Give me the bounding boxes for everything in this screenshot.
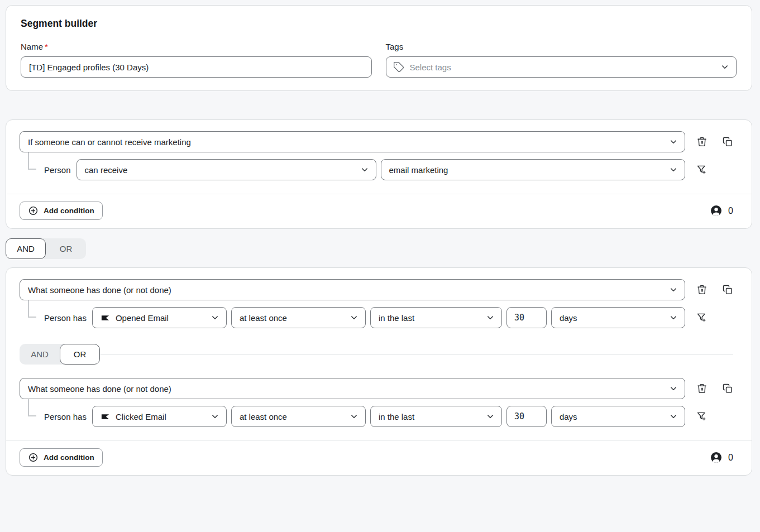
row-actions bbox=[696, 312, 733, 323]
quantity-input[interactable] bbox=[506, 406, 547, 427]
tag-icon bbox=[393, 61, 404, 73]
name-label: Name* bbox=[21, 42, 372, 51]
duplicate-condition-button[interactable] bbox=[722, 136, 733, 147]
marketing-channel-select[interactable]: email marketing bbox=[381, 159, 685, 180]
condition-detail-row: Person can receive email marketing bbox=[20, 159, 733, 180]
condition-type-select[interactable]: What someone has done (or not done) bbox=[20, 279, 685, 300]
add-filter-button[interactable] bbox=[696, 312, 708, 323]
metric-flag-icon bbox=[101, 412, 110, 421]
filter-plus-icon bbox=[696, 312, 708, 323]
tree-connector bbox=[28, 152, 36, 170]
chevron-down-icon bbox=[720, 63, 729, 71]
frequency-select[interactable]: at least once bbox=[231, 406, 366, 427]
row-label: Person has bbox=[44, 313, 87, 323]
chevron-down-icon bbox=[211, 313, 219, 322]
outer-and-option[interactable]: AND bbox=[6, 238, 46, 259]
duplicate-condition-button[interactable] bbox=[722, 284, 733, 295]
outer-and-or-toggle: AND OR bbox=[6, 238, 86, 259]
tags-label: Tags bbox=[386, 42, 737, 51]
tree-connector bbox=[28, 399, 36, 416]
segment-name-input[interactable] bbox=[21, 56, 372, 78]
marketing-verb-select[interactable]: can receive bbox=[77, 159, 376, 180]
plus-circle-icon bbox=[28, 452, 39, 463]
delete-condition-button[interactable] bbox=[696, 383, 708, 394]
required-asterisk: * bbox=[45, 42, 48, 51]
frequency-select[interactable]: at least once bbox=[231, 307, 366, 328]
add-condition-button[interactable]: Add condition bbox=[20, 202, 103, 220]
row-label: Person has bbox=[44, 412, 87, 421]
quantity-input[interactable] bbox=[506, 307, 547, 328]
condition-type-row: What someone has done (or not done) bbox=[20, 279, 733, 300]
inner-and-option[interactable]: AND bbox=[20, 344, 60, 365]
chevron-down-icon bbox=[669, 412, 678, 421]
tags-field-group: Tags Select tags bbox=[386, 42, 737, 78]
unit-select[interactable]: days bbox=[551, 406, 685, 427]
profile-count-value: 0 bbox=[728, 453, 733, 463]
unit-select[interactable]: days bbox=[551, 307, 685, 328]
profile-count: 0 bbox=[710, 452, 733, 463]
chevron-down-icon bbox=[360, 165, 369, 174]
delete-condition-button[interactable] bbox=[696, 136, 708, 147]
condition-actions bbox=[696, 284, 733, 295]
row-label: Person bbox=[44, 165, 71, 175]
delete-condition-button[interactable] bbox=[696, 284, 708, 295]
condition-group-2: What someone has done (or not done) Pers… bbox=[6, 267, 752, 476]
profile-count-value: 0 bbox=[728, 206, 733, 216]
chevron-down-icon bbox=[669, 384, 678, 393]
metric-select[interactable]: Opened Email bbox=[92, 307, 227, 328]
chevron-down-icon bbox=[350, 412, 359, 421]
copy-icon bbox=[722, 383, 733, 394]
page-title: Segment builder bbox=[21, 18, 737, 30]
timeframe-select[interactable]: in the last bbox=[370, 406, 502, 427]
tags-select[interactable]: Select tags bbox=[386, 56, 737, 78]
duplicate-condition-button[interactable] bbox=[722, 383, 733, 394]
condition-type-select[interactable]: What someone has done (or not done) bbox=[20, 378, 685, 399]
condition-detail-row: Person has Clicked Email at least once i… bbox=[20, 406, 733, 427]
group2-footer: Add condition 0 bbox=[6, 441, 752, 475]
outer-or-option[interactable]: OR bbox=[46, 238, 86, 259]
add-filter-button[interactable] bbox=[696, 164, 708, 175]
condition-actions bbox=[696, 136, 733, 147]
metric-select[interactable]: Clicked Email bbox=[92, 406, 227, 427]
group1-footer: Add condition 0 bbox=[6, 194, 752, 228]
copy-icon bbox=[722, 284, 733, 295]
inner-toggle-row: AND OR bbox=[20, 344, 733, 365]
chevron-down-icon bbox=[350, 313, 359, 322]
condition-actions bbox=[696, 383, 733, 394]
toggle-rule-line bbox=[100, 354, 733, 354]
copy-icon bbox=[722, 136, 733, 147]
condition-type-select[interactable]: If someone can or cannot receive marketi… bbox=[20, 131, 685, 152]
add-filter-button[interactable] bbox=[696, 411, 708, 422]
chevron-down-icon bbox=[486, 412, 495, 421]
person-circle-icon bbox=[710, 452, 722, 463]
condition-group-1: If someone can or cannot receive marketi… bbox=[6, 119, 752, 229]
chevron-down-icon bbox=[669, 165, 678, 174]
segment-builder-card: Segment builder Name* Tags Select tags bbox=[6, 5, 752, 91]
condition-type-row: What someone has done (or not done) bbox=[20, 378, 733, 399]
chevron-down-icon bbox=[211, 412, 219, 421]
chevron-down-icon bbox=[669, 285, 678, 294]
header-fields-row: Name* Tags Select tags bbox=[15, 42, 742, 78]
tree-connector bbox=[28, 300, 36, 318]
trash-icon bbox=[696, 136, 708, 147]
filter-plus-icon bbox=[696, 411, 708, 422]
timeframe-select[interactable]: in the last bbox=[370, 307, 502, 328]
tags-placeholder: Select tags bbox=[410, 63, 451, 72]
chevron-down-icon bbox=[486, 313, 495, 322]
profile-count: 0 bbox=[710, 205, 733, 217]
chevron-down-icon bbox=[669, 313, 678, 322]
metric-flag-icon bbox=[101, 313, 110, 323]
trash-icon bbox=[696, 383, 708, 394]
condition-type-row: If someone can or cannot receive marketi… bbox=[20, 131, 733, 152]
add-condition-button[interactable]: Add condition bbox=[20, 448, 103, 467]
filter-plus-icon bbox=[696, 164, 708, 175]
condition-detail-row: Person has Opened Email at least once in… bbox=[20, 307, 733, 328]
chevron-down-icon bbox=[669, 137, 678, 146]
inner-and-or-toggle: AND OR bbox=[20, 344, 100, 365]
name-field-group: Name* bbox=[21, 42, 372, 78]
plus-circle-icon bbox=[28, 205, 39, 216]
inner-or-option[interactable]: OR bbox=[60, 344, 100, 365]
row-actions bbox=[696, 411, 733, 422]
trash-icon bbox=[696, 284, 708, 295]
person-circle-icon bbox=[710, 205, 722, 217]
